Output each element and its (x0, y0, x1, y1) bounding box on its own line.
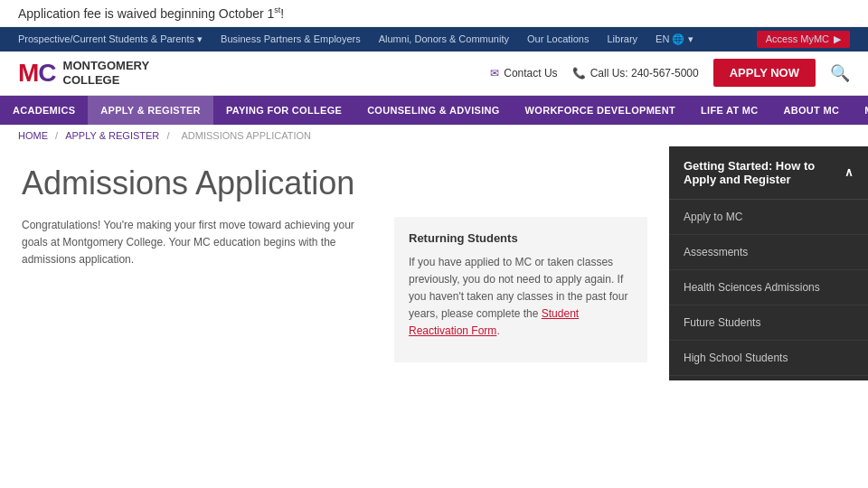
contact-us-link[interactable]: ✉ Contact Us (490, 67, 557, 80)
envelope-icon: ✉ (490, 67, 499, 80)
call-us-label: Call Us: 240-567-5000 (590, 67, 699, 80)
breadcrumb-home[interactable]: HOME (18, 130, 48, 141)
sidebar-item-assessments[interactable]: Assessments (669, 235, 868, 270)
nav-about-mc[interactable]: ABOUT MC (771, 96, 853, 125)
main-content: Admissions Application Congratulations! … (0, 146, 669, 380)
announcement-bar: Application fee is waived beginning Octo… (0, 0, 868, 27)
logo-name-line1: MONTGOMERY (63, 59, 150, 73)
sidebar-item-future-students[interactable]: Future Students (669, 305, 868, 341)
nav-academics[interactable]: ACADEMICS (0, 96, 88, 125)
returning-period: . (496, 324, 499, 337)
nav-more-label: MORE (864, 105, 868, 116)
access-mymc-button[interactable]: Access MyMC ▶ (757, 31, 850, 48)
sidebar-header: Getting Started: How to Apply and Regist… (669, 146, 868, 200)
globe-icon: 🌐 (672, 33, 684, 44)
intro-paragraph: Congratulations! You're making your firs… (22, 217, 376, 269)
header-actions: ✉ Contact Us 📞 Call Us: 240-567-5000 APP… (490, 59, 850, 87)
returning-students-body: If you have applied to MC or taken class… (409, 254, 633, 341)
logo-text: MONTGOMERY COLLEGE (63, 59, 150, 87)
sidebar-item-health-sciences[interactable]: Health Sciences Admissions (669, 270, 868, 305)
returning-students-text: If you have applied to MC or taken class… (409, 256, 627, 321)
sidebar-item-apply-to-mc[interactable]: Apply to MC (669, 200, 868, 235)
utility-students-label: Prospective/Current Students & Parents (18, 33, 194, 44)
announcement-text: Application fee is waived beginning Octo… (18, 6, 284, 21)
nav-workforce[interactable]: WORKFORCE DEVELOPMENT (513, 96, 688, 125)
breadcrumb: HOME / APPLY & REGISTER / ADMISSIONS APP… (0, 125, 868, 146)
utility-locations-link[interactable]: Our Locations (527, 33, 589, 44)
utility-bar-right: Access MyMC ▶ (757, 31, 850, 48)
lang-chevron-icon: ▾ (688, 33, 693, 44)
sidebar-header-text: Getting Started: How to Apply and Regist… (684, 159, 844, 186)
breadcrumb-apply[interactable]: APPLY & REGISTER (65, 130, 159, 141)
content-columns: Congratulations! You're making your firs… (22, 217, 647, 362)
utility-bar-left: Prospective/Current Students & Parents ▾… (18, 33, 693, 45)
chevron-down-icon: ▾ (197, 33, 203, 45)
main-nav: ACADEMICS APPLY & REGISTER PAYING FOR CO… (0, 96, 868, 125)
contact-us-label: Contact Us (504, 67, 557, 80)
announcement-suffix: ! (280, 6, 284, 21)
page-title: Admissions Application (22, 164, 647, 202)
returning-students-box: Returning Students If you have applied t… (394, 217, 647, 362)
call-us-link[interactable]: 📞 Call Us: 240-567-5000 (572, 67, 699, 80)
nav-counseling[interactable]: COUNSELING & ADVISING (354, 96, 512, 125)
utility-library-link[interactable]: Library (607, 33, 637, 44)
access-mymc-label: Access MyMC (766, 33, 829, 44)
apply-now-button[interactable]: APPLY NOW (713, 59, 816, 87)
logo-mc: MC (18, 59, 56, 88)
breadcrumb-current: ADMISSIONS APPLICATION (182, 130, 311, 141)
login-icon: ▶ (834, 33, 841, 45)
utility-alumni-link[interactable]: Alumni, Donors & Community (379, 33, 509, 44)
utility-business-link[interactable]: Business Partners & Employers (221, 33, 361, 44)
utility-language[interactable]: EN 🌐 ▾ (656, 33, 693, 45)
apply-now-label: APPLY NOW (730, 66, 799, 80)
search-icon: 🔍 (830, 64, 850, 82)
utility-bar: Prospective/Current Students & Parents ▾… (0, 27, 868, 52)
search-button[interactable]: 🔍 (830, 63, 850, 83)
nav-life-at-mc[interactable]: LIFE AT MC (688, 96, 771, 125)
nav-paying[interactable]: PAYING FOR COLLEGE (213, 96, 354, 125)
nav-more[interactable]: MORE ▾ (852, 96, 868, 125)
logo-name-line2: COLLEGE (63, 73, 150, 88)
utility-students-link[interactable]: Prospective/Current Students & Parents ▾ (18, 33, 203, 45)
phone-icon: 📞 (572, 67, 586, 80)
intro-text-column: Congratulations! You're making your firs… (22, 217, 376, 362)
nav-apply-register[interactable]: APPLY & REGISTER (88, 96, 213, 125)
main-header: MC MONTGOMERY COLLEGE ✉ Contact Us 📞 Cal… (0, 52, 868, 96)
sidebar-panel: Getting Started: How to Apply and Regist… (669, 146, 868, 380)
announcement-main: Application fee is waived beginning Octo… (18, 6, 274, 21)
breadcrumb-sep-2: / (166, 130, 172, 141)
returning-students-heading: Returning Students (409, 231, 633, 245)
sidebar-chevron-icon: ∧ (844, 165, 854, 179)
sidebar-item-high-school[interactable]: High School Students (669, 341, 868, 376)
content-area: Admissions Application Congratulations! … (0, 146, 868, 380)
breadcrumb-sep-1: / (55, 130, 61, 141)
logo-area: MC MONTGOMERY COLLEGE (18, 59, 149, 88)
